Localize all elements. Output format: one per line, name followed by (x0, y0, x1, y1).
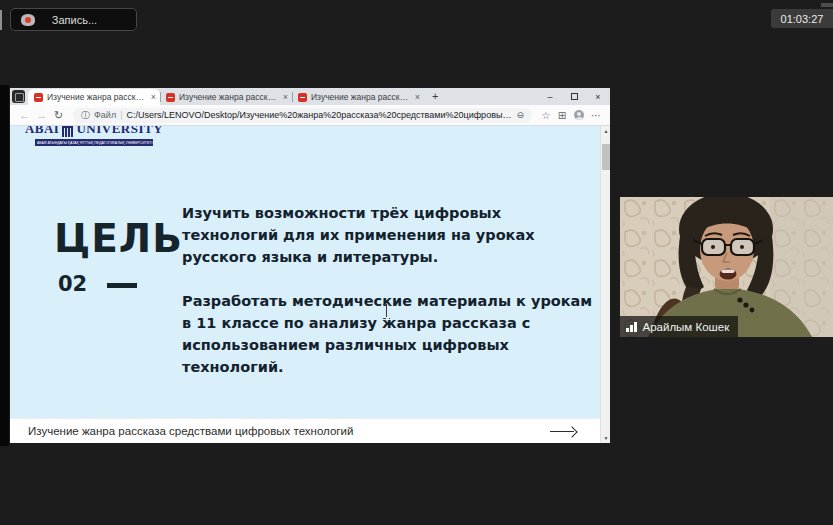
slide-footer-title: Изучение жанра рассказа средствами цифро… (28, 425, 353, 437)
url-field[interactable]: ⓘ Файл | C:/Users/LENOVO/Desktop/Изучени… (73, 108, 532, 123)
slide-number: 02 (58, 272, 87, 296)
window-controls: – × (538, 88, 610, 105)
recording-label: Запись... (52, 14, 97, 26)
zoom-level-icon[interactable]: ⊖ (516, 110, 524, 120)
pdf-file-icon (166, 93, 175, 102)
refresh-button[interactable]: ↻ (50, 109, 67, 122)
close-button[interactable]: × (586, 88, 610, 105)
university-logo-banner: АБАЙ АТЫНДАҒЫ ҚАЗАҚ ҰЛТТЫҚ ПЕДАГОГИКАЛЫҚ… (35, 139, 153, 146)
minimize-button[interactable]: – (538, 88, 562, 105)
meeting-timer: 01:03:27 (771, 9, 833, 28)
tab-title: Изучение жанра рассказа сре (179, 92, 280, 102)
browser-menu-icon[interactable] (12, 90, 25, 103)
new-tab-button[interactable]: + (432, 90, 438, 102)
browser-tabstrip: Изучение жанра рассказа сре × Изучение ж… (10, 88, 610, 105)
university-logo: ABAI UNIVERSITY АБАЙ АТЫНДАҒЫ ҚАЗАҚ ҰЛТТ… (35, 126, 153, 146)
restore-icon (571, 93, 578, 100)
forward-button[interactable]: → (33, 109, 50, 121)
url-text: C:/Users/LENOVO/Desktop/Изучение%20жанра… (126, 110, 512, 120)
pdf-scrollbar[interactable]: ▲ ▼ (600, 126, 610, 443)
pdf-file-icon (298, 93, 307, 102)
signal-strength-icon (626, 322, 637, 332)
text-cursor (382, 304, 391, 317)
profile-avatar-icon[interactable] (574, 110, 584, 120)
top-right-ui-sliver (821, 3, 833, 7)
collections-icon[interactable]: ⊞ (554, 110, 570, 121)
url-separator: | (120, 110, 122, 120)
restore-button[interactable] (562, 88, 586, 105)
participant-name-tag: Арайлым Кошек (620, 316, 738, 337)
shared-screen-edge (0, 85, 9, 446)
slide-dash (107, 283, 137, 288)
building-icon (62, 126, 73, 137)
browser-tab-1[interactable]: Изучение жанра рассказа сре × (28, 89, 160, 105)
participant-video[interactable]: Арайлым Кошек (620, 197, 833, 337)
left-edge-sliver (0, 10, 2, 30)
tab-close-icon[interactable]: × (415, 93, 420, 102)
tab-title: Изучение жанра рассказа сре (311, 92, 412, 102)
slide-paragraph-1: Изучить возможности трёх цифровых технол… (182, 202, 594, 268)
record-icon (21, 14, 35, 26)
browser-window: Изучение жанра рассказа сре × Изучение ж… (10, 88, 610, 443)
long-arrow-right-icon (550, 427, 576, 436)
logo-text-left: ABAI (25, 126, 60, 137)
tab-close-icon[interactable]: × (283, 93, 288, 102)
recording-badge[interactable]: Запись... (10, 8, 137, 31)
slide-footer: Изучение жанра рассказа средствами цифро… (10, 418, 600, 443)
tab-title: Изучение жанра рассказа сре (47, 92, 148, 102)
browser-tab-2[interactable]: Изучение жанра рассказа сре × (160, 89, 292, 105)
info-icon[interactable]: ⓘ (81, 109, 90, 122)
university-logo-title: ABAI UNIVERSITY (35, 126, 153, 137)
favorites-star-icon[interactable]: ☆ (538, 110, 554, 121)
scroll-up-icon[interactable]: ▲ (601, 126, 610, 136)
back-button[interactable]: ← (16, 109, 33, 121)
participant-name: Арайлым Кошек (643, 321, 730, 333)
logo-text-right: UNIVERSITY (76, 126, 163, 137)
browser-addressbar: ← → ↻ ⓘ Файл | C:/Users/LENOVO/Desktop/И… (10, 105, 610, 126)
meeting-screen: Запись... 01:03:27 Изучение жанра расска… (0, 0, 833, 525)
tab-close-icon[interactable]: × (151, 93, 156, 102)
settings-more-icon[interactable]: ⋯ (588, 110, 604, 121)
pdf-viewer: ABAI UNIVERSITY АБАЙ АТЫНДАҒЫ ҚАЗАҚ ҰЛТТ… (10, 126, 610, 443)
browser-tab-3[interactable]: Изучение жанра рассказа сре × (292, 89, 424, 105)
url-scheme-label: Файл (94, 110, 116, 120)
scrollbar-thumb[interactable] (602, 144, 610, 170)
slide-body-text: Изучить возможности трёх цифровых технол… (182, 202, 594, 378)
slide-heading: ЦЕЛЬ (54, 216, 183, 261)
scroll-down-icon[interactable]: ▼ (601, 433, 610, 443)
pdf-file-icon (34, 93, 43, 102)
